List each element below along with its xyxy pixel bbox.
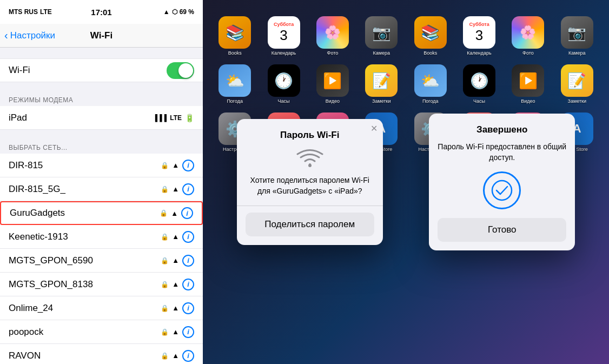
completed-dialog-body: Пароль Wi-Fi предоставлен в общий доступ… xyxy=(438,142,566,163)
network-row[interactable]: poopock 🔒 ▲ i xyxy=(0,320,203,344)
password-dialog-title: Пароль Wi-Fi xyxy=(246,130,374,141)
info-button[interactable]: i xyxy=(182,231,194,243)
wifi-strength-icon: ▲ xyxy=(172,352,179,360)
password-dialog-body: Хотите поделиться паролем Wi-Fi для «Gur… xyxy=(246,175,374,196)
network-type: LTE xyxy=(40,8,52,16)
wifi-row[interactable]: Wi-Fi xyxy=(0,58,203,82)
info-button[interactable]: i xyxy=(182,350,194,362)
svg-point-0 xyxy=(308,164,312,167)
ipad-section: 📚 Books Суббота 3 Календарь 🌸 Фото xyxy=(203,0,609,364)
status-bar-left: MTS RUS LTE xyxy=(9,8,52,16)
lock-icon: 🔒 xyxy=(161,281,169,288)
ipad-modem-row[interactable]: iPad ▐▐▐ LTE 🔋 xyxy=(0,106,203,130)
wifi-strength-icon: ▲ xyxy=(172,161,179,169)
modem-section-header: РЕЖИМЫ МОДЕМА xyxy=(0,93,203,106)
info-button[interactable]: i xyxy=(181,207,193,219)
dialog-divider xyxy=(237,206,383,206)
networks-section: ВЫБРАТЬ СЕТЬ... DIR-815 🔒 ▲ i DIR-815_5G… xyxy=(0,141,203,364)
completed-dialog: Завершено Пароль Wi-Fi предоставлен в об… xyxy=(429,114,575,250)
lock-icon: 🔒 xyxy=(161,186,169,193)
lte-label: LTE xyxy=(170,114,182,122)
info-button[interactable]: i xyxy=(182,279,194,290)
bluetooth-icon: ⬡ xyxy=(172,8,177,16)
info-button[interactable]: i xyxy=(182,326,194,338)
checkmark-icon xyxy=(483,171,521,209)
wifi-strength-icon: ▲ xyxy=(172,233,179,241)
modem-section: РЕЖИМЫ МОДЕМА iPad ▐▐▐ LTE 🔋 xyxy=(0,93,203,130)
info-button[interactable]: i xyxy=(182,255,194,267)
network-row[interactable]: DIR-815 🔒 ▲ i xyxy=(0,154,203,177)
back-button[interactable]: ‹ Настройки xyxy=(4,29,55,42)
page-title: Wi-Fi xyxy=(90,30,112,41)
wifi-status-icon: ▲ xyxy=(163,8,170,16)
info-button[interactable]: i xyxy=(182,160,194,171)
lock-icon: 🔒 xyxy=(161,352,169,360)
back-label: Настройки xyxy=(10,30,55,41)
info-button[interactable]: i xyxy=(182,302,194,314)
network-row[interactable]: MGTS_GPON_8138 🔒 ▲ i xyxy=(0,273,203,296)
lock-icon: 🔒 xyxy=(160,209,168,217)
network-row[interactable]: MGTS_GPON_6590 🔒 ▲ i xyxy=(0,249,203,273)
network-row[interactable]: RAVON 🔒 ▲ i xyxy=(0,344,203,364)
status-bar-right: ▲ ⬡ 69 % xyxy=(163,8,194,16)
toggle-knob xyxy=(178,63,193,78)
lock-icon: 🔒 xyxy=(161,162,169,169)
completed-dialog-title: Завершено xyxy=(438,124,566,135)
network-row[interactable]: Onlime_24 🔒 ▲ i xyxy=(0,296,203,320)
status-time: 17:01 xyxy=(91,8,111,17)
lock-icon: 🔒 xyxy=(161,305,169,312)
wifi-large-icon xyxy=(246,147,374,169)
networks-section-header: ВЫБРАТЬ СЕТЬ... xyxy=(0,141,203,154)
battery-label: 69 % xyxy=(180,8,194,16)
carrier-label: MTS RUS xyxy=(9,8,38,16)
ipad-signal: ▐▐▐ LTE 🔋 xyxy=(153,114,194,122)
settings-content: Wi-Fi РЕЖИМЫ МОДЕМА iPad ▐▐▐ LTE 🔋 ВЫБРА… xyxy=(0,48,203,364)
lock-icon: 🔒 xyxy=(161,257,169,264)
share-password-button[interactable]: Поделиться паролем xyxy=(246,213,374,236)
close-button[interactable]: ✕ xyxy=(370,123,378,134)
network-row[interactable]: Keenetic-1913 🔒 ▲ i xyxy=(0,225,203,249)
password-dialog: ✕ Пароль Wi-Fi Хотите поделиться паролем… xyxy=(237,119,383,244)
chevron-left-icon: ‹ xyxy=(4,29,8,42)
battery-full-icon: 🔋 xyxy=(185,114,194,122)
ipad-label: iPad xyxy=(9,112,27,123)
wifi-toggle[interactable] xyxy=(167,62,194,79)
lock-icon: 🔒 xyxy=(161,233,169,241)
wifi-strength-icon: ▲ xyxy=(172,304,179,312)
wifi-strength-icon: ▲ xyxy=(171,209,178,217)
lock-icon: 🔒 xyxy=(161,328,169,336)
wifi-strength-icon: ▲ xyxy=(172,185,179,193)
wifi-strength-icon: ▲ xyxy=(172,280,179,288)
iphone-panel: MTS RUS LTE 17:01 ▲ ⬡ 69 % ‹ Настройки W… xyxy=(0,0,203,364)
selected-network-row[interactable]: GuruGadgets 🔒 ▲ i xyxy=(0,201,203,225)
info-button[interactable]: i xyxy=(182,183,194,195)
signal-bars-icon: ▐▐▐ xyxy=(153,114,167,122)
wifi-strength-icon: ▲ xyxy=(172,328,179,336)
nav-bar: ‹ Настройки Wi-Fi xyxy=(0,24,203,48)
done-button[interactable]: Готово xyxy=(438,218,566,242)
status-bar: MTS RUS LTE 17:01 ▲ ⬡ 69 % xyxy=(0,0,203,24)
svg-point-1 xyxy=(492,181,512,200)
wifi-label: Wi-Fi xyxy=(9,65,30,76)
dialogs-overlay: ✕ Пароль Wi-Fi Хотите поделиться паролем… xyxy=(203,0,609,364)
wifi-strength-icon: ▲ xyxy=(172,256,179,264)
network-row[interactable]: DIR-815_5G_ 🔒 ▲ i xyxy=(0,177,203,201)
wifi-section: Wi-Fi xyxy=(0,58,203,82)
